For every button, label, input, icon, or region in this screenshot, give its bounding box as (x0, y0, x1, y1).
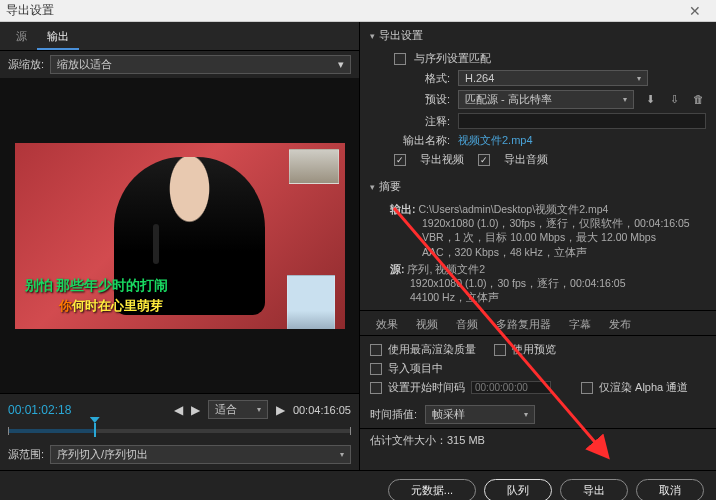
max-quality-checkbox[interactable] (370, 344, 382, 356)
summary-output-path: C:\Users\admin\Desktop\视频文件2.mp4 (418, 203, 608, 215)
pip-thumbnail-top (289, 149, 339, 184)
tab-publish[interactable]: 发布 (601, 314, 639, 335)
export-audio-checkbox[interactable] (478, 154, 490, 166)
tab-caption[interactable]: 字幕 (561, 314, 599, 335)
tab-video[interactable]: 视频 (408, 314, 446, 335)
step-back-button[interactable]: ◀ (174, 403, 183, 417)
current-timecode[interactable]: 00:01:02:18 (8, 403, 71, 417)
export-video-checkbox[interactable] (394, 154, 406, 166)
comment-input[interactable] (458, 113, 706, 129)
export-audio-label: 导出音频 (504, 152, 548, 167)
source-range-label: 源范围: (8, 447, 44, 462)
chevron-down-icon[interactable]: ▾ (370, 182, 375, 192)
chevron-down-icon: ▾ (340, 450, 344, 459)
preview-mic (153, 224, 159, 264)
import-preset-icon[interactable]: ⇩ (666, 93, 682, 107)
preset-select[interactable]: 匹配源 - 高比特率▾ (458, 90, 634, 109)
summary-output-line3: VBR，1 次，目标 10.00 Mbps，最大 12.00 Mbps (390, 230, 706, 244)
source-scale-label: 源缩放: (8, 57, 44, 72)
source-scale-value: 缩放以适合 (57, 57, 112, 72)
estimate-label: 估计文件大小： (370, 434, 447, 446)
chevron-down-icon: ▾ (623, 95, 627, 104)
alpha-only-label: 仅渲染 Alpha 通道 (599, 380, 688, 395)
match-sequence-checkbox[interactable] (394, 53, 406, 65)
tab-output[interactable]: 输出 (37, 25, 79, 50)
chevron-down-icon: ▾ (637, 74, 641, 83)
chevron-down-icon: ▾ (257, 405, 261, 414)
source-range-value: 序列切入/序列切出 (57, 447, 148, 462)
subtitle-line-1: 别怕 那些年少时的打闹 (25, 277, 169, 295)
output-name-label: 输出名称: (394, 133, 450, 148)
source-scale-select[interactable]: 缩放以适合 ▾ (50, 55, 351, 74)
chevron-down-icon: ▾ (524, 410, 528, 419)
format-label: 格式: (394, 71, 450, 86)
chevron-down-icon: ▾ (338, 58, 344, 71)
fit-value: 适合 (215, 402, 237, 417)
chevron-down-icon[interactable]: ▾ (370, 31, 375, 41)
format-select[interactable]: H.264▾ (458, 70, 648, 86)
preview-viewport: 别怕 那些年少时的打闹 你时在心里萌芽何时在心里萌芽 (15, 143, 345, 329)
import-project-checkbox[interactable] (370, 363, 382, 375)
metadata-button[interactable]: 元数据... (388, 479, 476, 500)
summary-source-line2: 1920x1080 (1.0)，30 fps，逐行，00:04:16:05 (390, 276, 706, 290)
delete-preset-icon[interactable]: 🗑 (690, 93, 706, 107)
use-preview-label: 使用预览 (512, 342, 556, 357)
continue-button[interactable]: ▶ (276, 403, 285, 417)
window-title: 导出设置 (6, 2, 680, 19)
summary-output-label: 输出: (390, 203, 416, 215)
tab-source[interactable]: 源 (6, 25, 37, 50)
estimate-value: 315 MB (447, 434, 485, 446)
start-timecode-label: 设置开始时间码 (388, 380, 465, 395)
tab-mux[interactable]: 多路复用器 (488, 314, 559, 335)
summary-output-line2: 1920x1080 (1.0)，30fps，逐行，仅限软件，00:04:16:0… (390, 216, 706, 230)
save-preset-icon[interactable]: ⬇ (642, 93, 658, 107)
queue-button[interactable]: 队列 (484, 479, 552, 500)
interpolation-select[interactable]: 帧采样▾ (425, 405, 535, 424)
cancel-button[interactable]: 取消 (636, 479, 704, 500)
pip-thumbnail-bottom (287, 275, 335, 329)
export-video-label: 导出视频 (420, 152, 464, 167)
export-button[interactable]: 导出 (560, 479, 628, 500)
output-name-link[interactable]: 视频文件2.mp4 (458, 133, 533, 148)
preset-label: 预设: (394, 92, 450, 107)
tab-effects[interactable]: 效果 (368, 314, 406, 335)
max-quality-label: 使用最高渲染质量 (388, 342, 476, 357)
interpolation-label: 时间插值: (370, 407, 417, 422)
use-preview-checkbox[interactable] (494, 344, 506, 356)
summary-source-line3: 44100 Hz，立体声 (390, 290, 706, 304)
summary-source-label: 源: (390, 263, 405, 275)
summary-header: 摘要 (379, 179, 401, 194)
import-project-label: 导入项目中 (388, 361, 443, 376)
summary-source-line1: 序列, 视频文件2 (407, 263, 485, 275)
match-sequence-label: 与序列设置匹配 (414, 51, 491, 66)
play-button[interactable]: ▶ (191, 403, 200, 417)
summary-output-line4: AAC，320 Kbps，48 kHz，立体声 (390, 245, 706, 259)
export-settings-header: 导出设置 (379, 28, 423, 43)
source-range-select[interactable]: 序列切入/序列切出▾ (50, 445, 351, 464)
total-timecode: 00:04:16:05 (293, 404, 351, 416)
fit-select[interactable]: 适合▾ (208, 400, 268, 419)
subtitle-line-2: 你时在心里萌芽何时在心里萌芽 (59, 297, 163, 315)
timeline-scrubber[interactable] (8, 425, 351, 437)
start-timecode-checkbox[interactable] (370, 382, 382, 394)
tab-audio[interactable]: 音频 (448, 314, 486, 335)
alpha-only-checkbox[interactable] (581, 382, 593, 394)
close-icon[interactable]: ✕ (680, 3, 710, 19)
comment-label: 注释: (394, 114, 450, 129)
start-timecode-input[interactable] (471, 381, 551, 394)
